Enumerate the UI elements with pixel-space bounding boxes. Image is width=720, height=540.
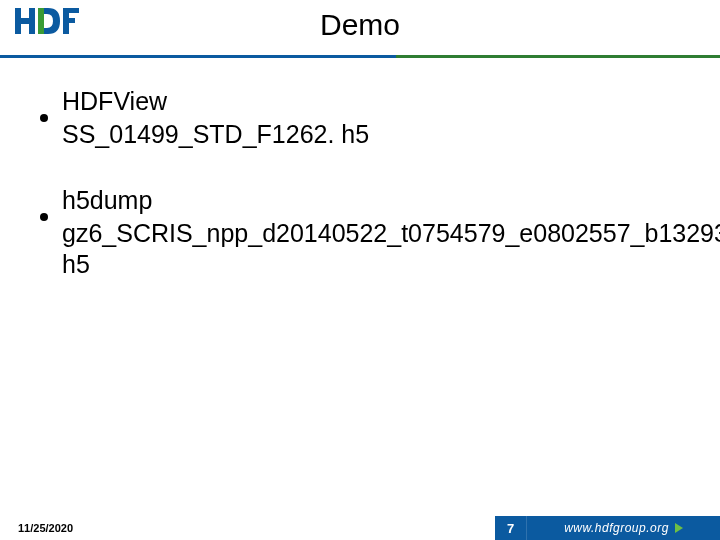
bullet-subtext: gz6_SCRIS_npp_d20140522_t0754579_e080255… [62, 218, 690, 281]
bullet-text: HDFView [62, 86, 167, 117]
bullet-text: h5dump [62, 185, 152, 216]
slide-header: Demo [0, 0, 720, 55]
footer-url: www.hdfgroup.org [564, 521, 669, 535]
bullet-subtext: SS_01499_STD_F1262. h5 [62, 119, 690, 150]
slide-body: HDFView SS_01499_STD_F1262. h5 h5dump gz… [40, 80, 690, 280]
bullet-icon [40, 213, 48, 221]
slide: Demo HDFView SS_01499_STD_F1262. h5 h5du… [0, 0, 720, 540]
header-divider [0, 55, 720, 58]
list-item: h5dump gz6_SCRIS_npp_d20140522_t0754579_… [40, 185, 690, 281]
bullet-list: HDFView SS_01499_STD_F1262. h5 h5dump gz… [40, 86, 690, 280]
page-number: 7 [495, 516, 527, 540]
footer-url-wrap: www.hdfgroup.org [527, 521, 720, 535]
bullet-icon [40, 114, 48, 122]
arrow-icon [675, 523, 683, 533]
footer-bar: 7 www.hdfgroup.org [495, 516, 720, 540]
footer-date: 11/25/2020 [18, 522, 73, 534]
slide-footer: 11/25/2020 7 www.hdfgroup.org [0, 512, 720, 540]
list-item: HDFView SS_01499_STD_F1262. h5 [40, 86, 690, 151]
slide-title: Demo [0, 8, 720, 42]
